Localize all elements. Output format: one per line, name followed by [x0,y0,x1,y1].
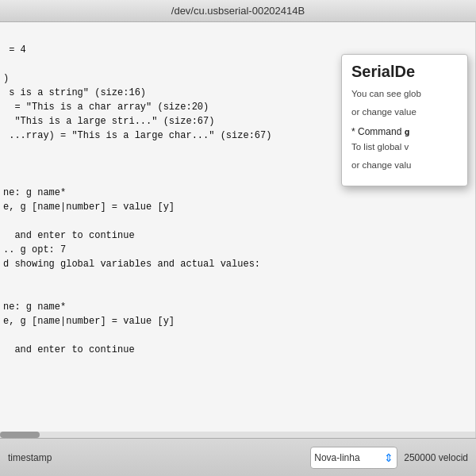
main-area: = 4 ) s is a string" (size:16) = "This i… [0,22,476,438]
console-scrollbar[interactable] [0,432,475,438]
dropdown-arrow-icon: ⇕ [384,451,393,464]
help-command-desc1: To list global v [351,140,458,154]
help-body-text2: or change value [351,106,458,119]
help-command-desc2: or change valu [351,159,458,172]
speed-label: 250000 velocid [404,452,468,463]
help-command-section: * Command g To list global v or change v… [351,125,458,173]
help-panel-title: SerialDe [351,63,458,81]
bottom-bar: timestamp Nova-linha ⇕ 250000 velocid [0,438,476,476]
help-body-text1: You can see glob [351,87,458,101]
help-command-code: g [405,127,410,137]
nova-linha-dropdown[interactable]: Nova-linha ⇕ [310,447,397,469]
help-panel: SerialDe You can see glob or change valu… [341,54,468,186]
title-bar: /dev/cu.usbserial-00202414B [0,0,476,22]
timestamp-label: timestamp [8,452,63,463]
title-bar-text: /dev/cu.usbserial-00202414B [171,5,305,17]
help-panel-body: You can see glob or change value * Comma… [351,87,458,173]
help-command-title: * Command g [351,125,458,140]
console-scrollbar-thumb[interactable] [0,432,40,438]
nova-linha-label: Nova-linha [314,452,381,463]
